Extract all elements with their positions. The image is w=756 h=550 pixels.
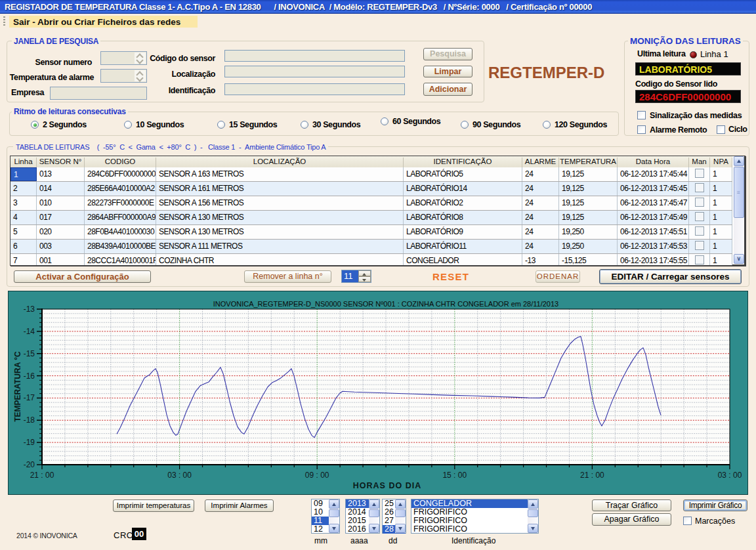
svg-text:-17: -17 (24, 393, 35, 402)
svg-text:21 : 00: 21 : 00 (30, 471, 54, 480)
svg-text:-18: -18 (24, 415, 35, 425)
svg-text:21 : 00: 21 : 00 (580, 471, 604, 480)
svg-text:-19: -19 (24, 438, 35, 447)
svg-text:TEMPERATURA °C: TEMPERATURA °C (13, 351, 22, 422)
svg-text:-15: -15 (24, 349, 35, 358)
svg-text:09 : 00: 09 : 00 (305, 471, 329, 480)
svg-text:03 : 00: 03 : 00 (167, 471, 192, 480)
svg-text:15 : 00: 15 : 00 (442, 471, 467, 480)
svg-text:INOVONICA_REGTEMPER-D_NS0000 S: INOVONICA_REGTEMPER-D_NS0000 SENSOR Nº00… (213, 300, 558, 308)
svg-text:-16: -16 (24, 371, 35, 381)
svg-text:-20: -20 (24, 460, 35, 469)
svg-text:-14: -14 (24, 327, 35, 336)
svg-text:HORAS DO DIA: HORAS DO DIA (353, 481, 421, 490)
svg-text:-13: -13 (24, 305, 35, 314)
svg-text:03 : 00: 03 : 00 (718, 471, 742, 480)
